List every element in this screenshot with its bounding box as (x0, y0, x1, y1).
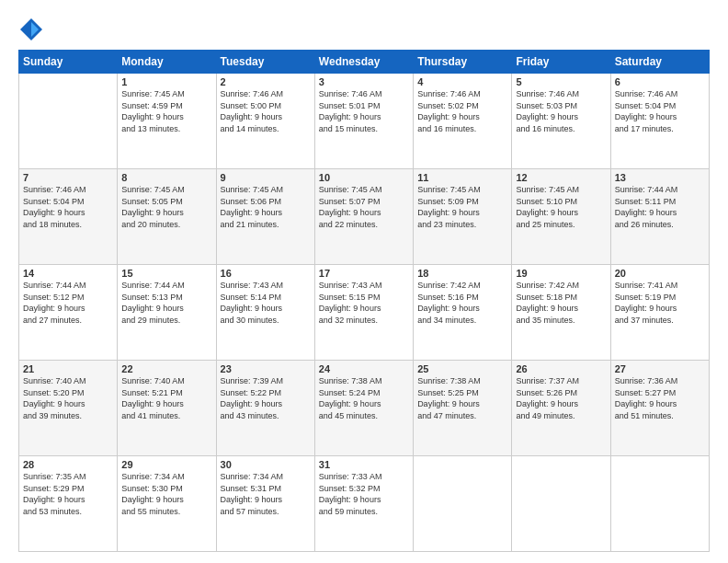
calendar-cell: 24Sunrise: 7:38 AM Sunset: 5:24 PM Dayli… (314, 361, 413, 456)
day-info: Sunrise: 7:34 AM Sunset: 5:31 PM Dayligh… (221, 471, 311, 517)
day-number: 10 (319, 172, 409, 183)
calendar-cell: 19Sunrise: 7:42 AM Sunset: 5:18 PM Dayli… (512, 265, 610, 361)
calendar-table: SundayMondayTuesdayWednesdayThursdayFrid… (18, 50, 710, 552)
calendar-cell: 3Sunrise: 7:46 AM Sunset: 5:01 PM Daylig… (314, 74, 413, 169)
day-info: Sunrise: 7:46 AM Sunset: 5:04 PM Dayligh… (615, 88, 705, 134)
day-number: 17 (319, 268, 409, 279)
calendar-cell: 22Sunrise: 7:40 AM Sunset: 5:21 PM Dayli… (118, 361, 216, 456)
day-info: Sunrise: 7:44 AM Sunset: 5:12 PM Dayligh… (23, 280, 113, 326)
day-number: 16 (221, 268, 311, 279)
day-number: 6 (615, 76, 705, 87)
calendar-cell: 9Sunrise: 7:45 AM Sunset: 5:06 PM Daylig… (216, 169, 314, 265)
calendar-week-1: 1Sunrise: 7:45 AM Sunset: 4:59 PM Daylig… (19, 74, 710, 169)
day-info: Sunrise: 7:46 AM Sunset: 5:02 PM Dayligh… (417, 88, 507, 134)
calendar-cell: 18Sunrise: 7:42 AM Sunset: 5:16 PM Dayli… (414, 265, 512, 361)
calendar-week-3: 14Sunrise: 7:44 AM Sunset: 5:12 PM Dayli… (19, 265, 710, 361)
day-number: 1 (121, 76, 211, 87)
day-info: Sunrise: 7:45 AM Sunset: 5:09 PM Dayligh… (417, 184, 507, 230)
header (18, 17, 710, 42)
day-number: 15 (121, 268, 211, 279)
logo (18, 17, 48, 42)
calendar-cell: 20Sunrise: 7:41 AM Sunset: 5:19 PM Dayli… (610, 265, 709, 361)
calendar-cell (19, 74, 118, 169)
calendar-header-friday: Friday (512, 51, 610, 74)
calendar-cell: 14Sunrise: 7:44 AM Sunset: 5:12 PM Dayli… (19, 265, 118, 361)
calendar-cell: 29Sunrise: 7:34 AM Sunset: 5:30 PM Dayli… (118, 456, 216, 552)
calendar-header-row: SundayMondayTuesdayWednesdayThursdayFrid… (19, 51, 710, 74)
day-info: Sunrise: 7:35 AM Sunset: 5:29 PM Dayligh… (23, 471, 113, 517)
calendar-header-thursday: Thursday (414, 51, 512, 74)
day-info: Sunrise: 7:39 AM Sunset: 5:22 PM Dayligh… (221, 375, 311, 421)
day-number: 26 (516, 363, 606, 374)
calendar-cell: 16Sunrise: 7:43 AM Sunset: 5:14 PM Dayli… (216, 265, 314, 361)
calendar-header-tuesday: Tuesday (216, 51, 314, 74)
day-info: Sunrise: 7:38 AM Sunset: 5:25 PM Dayligh… (417, 375, 507, 421)
calendar-cell: 21Sunrise: 7:40 AM Sunset: 5:20 PM Dayli… (19, 361, 118, 456)
day-number: 28 (23, 459, 113, 470)
calendar-header-sunday: Sunday (19, 51, 118, 74)
calendar-cell: 31Sunrise: 7:33 AM Sunset: 5:32 PM Dayli… (314, 456, 413, 552)
day-number: 30 (221, 459, 311, 470)
day-info: Sunrise: 7:38 AM Sunset: 5:24 PM Dayligh… (319, 375, 409, 421)
day-number: 4 (417, 76, 507, 87)
day-number: 20 (615, 268, 705, 279)
day-number: 14 (23, 268, 113, 279)
day-info: Sunrise: 7:37 AM Sunset: 5:26 PM Dayligh… (516, 375, 606, 421)
day-info: Sunrise: 7:46 AM Sunset: 5:03 PM Dayligh… (516, 88, 606, 134)
calendar-cell: 1Sunrise: 7:45 AM Sunset: 4:59 PM Daylig… (118, 74, 216, 169)
calendar-cell: 7Sunrise: 7:46 AM Sunset: 5:04 PM Daylig… (19, 169, 118, 265)
calendar-cell: 13Sunrise: 7:44 AM Sunset: 5:11 PM Dayli… (610, 169, 709, 265)
day-info: Sunrise: 7:34 AM Sunset: 5:30 PM Dayligh… (121, 471, 211, 517)
calendar-cell: 4Sunrise: 7:46 AM Sunset: 5:02 PM Daylig… (414, 74, 512, 169)
day-info: Sunrise: 7:44 AM Sunset: 5:13 PM Dayligh… (121, 280, 211, 326)
calendar-cell: 28Sunrise: 7:35 AM Sunset: 5:29 PM Dayli… (19, 456, 118, 552)
day-info: Sunrise: 7:46 AM Sunset: 5:00 PM Dayligh… (221, 88, 311, 134)
day-number: 9 (221, 172, 311, 183)
calendar-header-monday: Monday (118, 51, 216, 74)
day-info: Sunrise: 7:45 AM Sunset: 5:07 PM Dayligh… (319, 184, 409, 230)
day-info: Sunrise: 7:43 AM Sunset: 5:14 PM Dayligh… (221, 280, 311, 326)
day-info: Sunrise: 7:42 AM Sunset: 5:18 PM Dayligh… (516, 280, 606, 326)
calendar-cell: 11Sunrise: 7:45 AM Sunset: 5:09 PM Dayli… (414, 169, 512, 265)
day-number: 21 (23, 363, 113, 374)
day-number: 31 (319, 459, 409, 470)
day-info: Sunrise: 7:45 AM Sunset: 5:06 PM Dayligh… (221, 184, 311, 230)
day-info: Sunrise: 7:36 AM Sunset: 5:27 PM Dayligh… (615, 375, 705, 421)
calendar-cell: 2Sunrise: 7:46 AM Sunset: 5:00 PM Daylig… (216, 74, 314, 169)
day-info: Sunrise: 7:45 AM Sunset: 4:59 PM Dayligh… (121, 88, 211, 134)
day-number: 11 (417, 172, 507, 183)
day-info: Sunrise: 7:46 AM Sunset: 5:04 PM Dayligh… (23, 184, 113, 230)
day-number: 23 (221, 363, 311, 374)
calendar-cell: 23Sunrise: 7:39 AM Sunset: 5:22 PM Dayli… (216, 361, 314, 456)
calendar-cell: 25Sunrise: 7:38 AM Sunset: 5:25 PM Dayli… (414, 361, 512, 456)
day-number: 19 (516, 268, 606, 279)
calendar-cell: 26Sunrise: 7:37 AM Sunset: 5:26 PM Dayli… (512, 361, 610, 456)
calendar-cell: 15Sunrise: 7:44 AM Sunset: 5:13 PM Dayli… (118, 265, 216, 361)
calendar-cell (414, 456, 512, 552)
day-number: 8 (121, 172, 211, 183)
day-number: 2 (221, 76, 311, 87)
calendar-cell: 27Sunrise: 7:36 AM Sunset: 5:27 PM Dayli… (610, 361, 709, 456)
day-number: 24 (319, 363, 409, 374)
day-info: Sunrise: 7:42 AM Sunset: 5:16 PM Dayligh… (417, 280, 507, 326)
day-info: Sunrise: 7:40 AM Sunset: 5:21 PM Dayligh… (121, 375, 211, 421)
calendar-cell: 12Sunrise: 7:45 AM Sunset: 5:10 PM Dayli… (512, 169, 610, 265)
day-info: Sunrise: 7:43 AM Sunset: 5:15 PM Dayligh… (319, 280, 409, 326)
calendar-cell: 6Sunrise: 7:46 AM Sunset: 5:04 PM Daylig… (610, 74, 709, 169)
calendar-header-wednesday: Wednesday (314, 51, 413, 74)
day-number: 5 (516, 76, 606, 87)
calendar-week-2: 7Sunrise: 7:46 AM Sunset: 5:04 PM Daylig… (19, 169, 710, 265)
day-number: 12 (516, 172, 606, 183)
day-number: 22 (121, 363, 211, 374)
calendar-cell: 8Sunrise: 7:45 AM Sunset: 5:05 PM Daylig… (118, 169, 216, 265)
day-number: 7 (23, 172, 113, 183)
calendar-cell: 5Sunrise: 7:46 AM Sunset: 5:03 PM Daylig… (512, 74, 610, 169)
calendar-cell: 10Sunrise: 7:45 AM Sunset: 5:07 PM Dayli… (314, 169, 413, 265)
day-number: 13 (615, 172, 705, 183)
day-info: Sunrise: 7:33 AM Sunset: 5:32 PM Dayligh… (319, 471, 409, 517)
day-info: Sunrise: 7:40 AM Sunset: 5:20 PM Dayligh… (23, 375, 113, 421)
calendar-cell (610, 456, 709, 552)
calendar-cell: 30Sunrise: 7:34 AM Sunset: 5:31 PM Dayli… (216, 456, 314, 552)
calendar-cell: 17Sunrise: 7:43 AM Sunset: 5:15 PM Dayli… (314, 265, 413, 361)
calendar-header-saturday: Saturday (610, 51, 709, 74)
